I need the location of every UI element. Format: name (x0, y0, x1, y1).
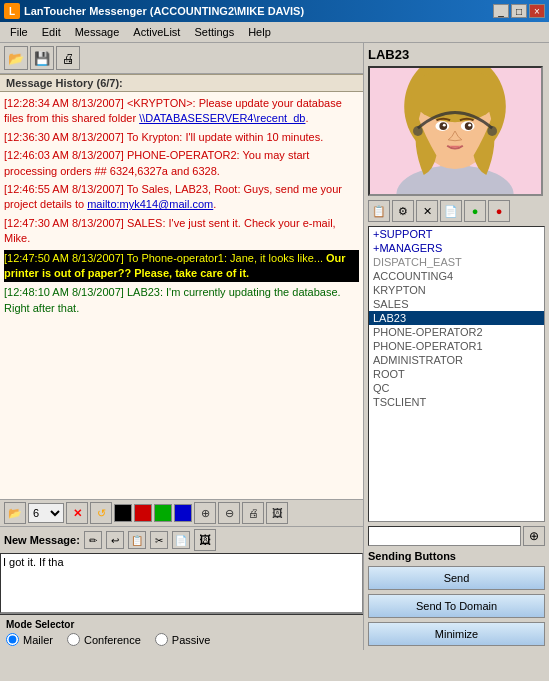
mode-selector-section: Mode Selector Mailer Conference Passive (0, 613, 363, 650)
link-email[interactable]: mailto:myk414@mail.com (87, 198, 213, 210)
search-input[interactable] (368, 526, 521, 546)
mode-conference[interactable]: Conference (67, 633, 141, 646)
print-button[interactable]: 🖨 (56, 46, 80, 70)
save-button[interactable]: 💾 (30, 46, 54, 70)
paste-btn[interactable]: 📋 (128, 531, 146, 549)
mode-passive-radio[interactable] (155, 633, 168, 646)
attach-image-btn[interactable]: 🖼 (194, 529, 216, 551)
maximize-window-button[interactable]: □ (511, 4, 527, 18)
mode-mailer-radio[interactable] (6, 633, 19, 646)
msg-7: [12:48:10 AM 8/13/2007] LAB23: I'm curre… (4, 285, 359, 316)
message-input[interactable]: I got it. If tha (0, 553, 363, 613)
minimize-window-button[interactable]: _ (493, 4, 509, 18)
search-box: ⊕ (368, 526, 545, 546)
remove-button[interactable]: ⊖ (218, 502, 240, 524)
color-green[interactable] (154, 504, 172, 522)
svg-point-11 (468, 124, 471, 127)
msg-6: [12:47:50 AM 8/13/2007] To Phone-operato… (4, 250, 359, 283)
copy-btn[interactable]: 📄 (172, 531, 190, 549)
al-item-managers[interactable]: +MANAGERS (369, 241, 544, 255)
print-tb2[interactable]: 🖨 (242, 502, 264, 524)
al-item-dispatch[interactable]: DISPATCH_EAST (369, 255, 544, 269)
message-history-title: Message History (6/7): (6, 77, 123, 89)
al-item-qc[interactable]: QC (369, 381, 544, 395)
search-button[interactable]: ⊕ (523, 526, 545, 546)
main-container: 📂 💾 🖨 Message History (6/7): [12:28:34 A… (0, 43, 549, 650)
msg-3: [12:46:03 AM 8/13/2007] PHONE-OPERATOR2:… (4, 148, 359, 179)
mode-passive-label: Passive (172, 634, 211, 646)
menu-help[interactable]: Help (242, 24, 277, 40)
mode-mailer-label: Mailer (23, 634, 53, 646)
al-item-lab23[interactable]: LAB23 (369, 311, 544, 325)
mode-selector-label: Mode Selector (6, 619, 357, 630)
menu-message[interactable]: Message (69, 24, 126, 40)
new-message-area: New Message: ✏ ↩ 📋 ✂ 📄 🖼 I got it. If th… (0, 527, 363, 613)
al-item-accounting4[interactable]: ACCOUNTING4 (369, 269, 544, 283)
edit-btn[interactable]: ✏ (84, 531, 102, 549)
right-panel: LAB23 (364, 43, 549, 650)
menu-activelist[interactable]: ActiveList (127, 24, 186, 40)
menu-edit[interactable]: Edit (36, 24, 67, 40)
al-btn-1[interactable]: 📋 (368, 200, 390, 222)
menu-bar: File Edit Message ActiveList Settings He… (0, 22, 549, 43)
mode-selector-options: Mailer Conference Passive (6, 633, 357, 646)
al-btn-green[interactable]: ● (464, 200, 486, 222)
link-db[interactable]: \\DATABASESERVER4\recent_db (139, 112, 305, 124)
file-open-tb2[interactable]: 📂 (4, 502, 26, 524)
clear-button[interactable]: ✕ (66, 502, 88, 524)
send-to-domain-button[interactable]: Send To Domain (368, 594, 545, 618)
msg-2: [12:36:30 AM 8/13/2007] To Krypton: I'll… (4, 130, 359, 145)
message-history[interactable]: [12:28:34 AM 8/13/2007] <KRYPTON>: Pleas… (0, 92, 363, 500)
msg-5: [12:47:30 AM 8/13/2007] SALES: I've just… (4, 216, 359, 247)
mode-conference-radio[interactable] (67, 633, 80, 646)
al-btn-2[interactable]: ⚙ (392, 200, 414, 222)
cut-btn[interactable]: ✂ (150, 531, 168, 549)
active-list[interactable]: +SUPPORT +MANAGERS DISPATCH_EAST ACCOUNT… (368, 226, 545, 522)
color-black[interactable] (114, 504, 132, 522)
add-button[interactable]: ⊕ (194, 502, 216, 524)
new-message-label-row: New Message: ✏ ↩ 📋 ✂ 📄 🖼 (0, 527, 363, 553)
message-history-header: Message History (6/7): (0, 74, 363, 92)
al-btn-3[interactable]: ✕ (416, 200, 438, 222)
title-bar: L LanToucher Messenger (ACCOUNTING2\MIKE… (0, 0, 549, 22)
new-message-label: New Message: (4, 534, 80, 546)
title-bar-controls: _ □ × (493, 4, 545, 18)
app-icon: L (4, 3, 20, 19)
minimize-button[interactable]: Minimize (368, 622, 545, 646)
al-btn-4[interactable]: 📄 (440, 200, 462, 222)
image-button[interactable]: 🖼 (266, 502, 288, 524)
reply-btn[interactable]: ↩ (106, 531, 124, 549)
svg-point-10 (443, 124, 446, 127)
title-bar-left: L LanToucher Messenger (ACCOUNTING2\MIKE… (4, 3, 304, 19)
active-list-toolbar: 📋 ⚙ ✕ 📄 ● ● (368, 200, 545, 222)
color-blue[interactable] (174, 504, 192, 522)
menu-file[interactable]: File (4, 24, 34, 40)
mode-passive[interactable]: Passive (155, 633, 211, 646)
font-size-select[interactable]: 6 8 10 12 14 (28, 503, 64, 523)
al-item-administrator[interactable]: ADMINISTRATOR (369, 353, 544, 367)
open-button[interactable]: 📂 (4, 46, 28, 70)
main-toolbar: 📂 💾 🖨 (0, 43, 363, 74)
al-item-support[interactable]: +SUPPORT (369, 227, 544, 241)
user-label: LAB23 (368, 47, 545, 62)
mode-mailer[interactable]: Mailer (6, 633, 53, 646)
al-item-phone-op2[interactable]: PHONE-OPERATOR2 (369, 325, 544, 339)
user-avatar (368, 66, 543, 196)
left-panel: 📂 💾 🖨 Message History (6/7): [12:28:34 A… (0, 43, 364, 650)
msg-4: [12:46:55 AM 8/13/2007] To Sales, LAB23,… (4, 182, 359, 213)
mode-conference-label: Conference (84, 634, 141, 646)
undo-button[interactable]: ↺ (90, 502, 112, 524)
al-item-tsclient[interactable]: TSCLIENT (369, 395, 544, 409)
close-window-button[interactable]: × (529, 4, 545, 18)
window-title: LanToucher Messenger (ACCOUNTING2\MIKE D… (24, 5, 304, 17)
formatting-toolbar: 📂 6 8 10 12 14 ✕ ↺ ⊕ ⊖ 🖨 🖼 (0, 500, 363, 527)
al-item-root[interactable]: ROOT (369, 367, 544, 381)
send-button[interactable]: Send (368, 566, 545, 590)
al-item-phone-op1[interactable]: PHONE-OPERATOR1 (369, 339, 544, 353)
menu-settings[interactable]: Settings (188, 24, 240, 40)
sending-buttons-label: Sending Buttons (368, 550, 545, 562)
al-item-krypton[interactable]: KRYPTON (369, 283, 544, 297)
al-item-sales[interactable]: SALES (369, 297, 544, 311)
al-btn-red[interactable]: ● (488, 200, 510, 222)
color-red[interactable] (134, 504, 152, 522)
